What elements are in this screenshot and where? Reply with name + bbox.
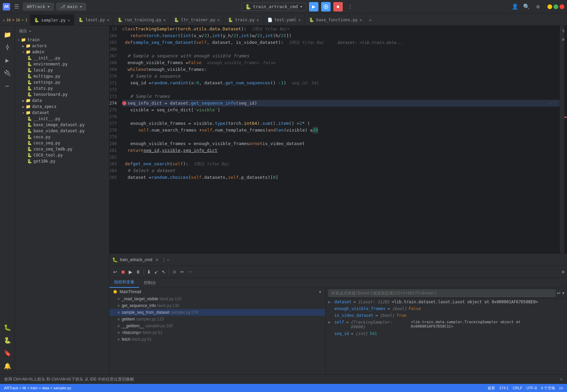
stack-frame-0[interactable]: ≡ _read_target_visible lasot.py:110 [109, 296, 325, 302]
settings-icon[interactable]: ⚙ [533, 2, 543, 11]
tree-file-environment[interactable]: 🐍 environment.py [15, 61, 109, 67]
debug-edit-button[interactable]: ✏ [179, 268, 185, 276]
win-close[interactable] [560, 4, 564, 9]
sidebar-icon-run[interactable]: ▶ [1, 54, 14, 66]
file-tree-header[interactable]: 项目 ▾ [15, 26, 109, 37]
debug-minimize-button[interactable]: — [167, 257, 170, 262]
tree-file-coco-tool[interactable]: 🐍 COCO_tool.py [15, 152, 109, 158]
code-editor[interactable]: class TrackingSampler ( torch . utils . … [120, 26, 560, 253]
stack-frame-5[interactable]: ≡ <listcomp> fetch.py:51 [109, 329, 325, 336]
tab-test-yaml[interactable]: 📄 test.yaml ✕ [263, 15, 305, 25]
menu-icon[interactable]: ☰ [13, 2, 20, 11]
statusbar-lang[interactable]: cv [559, 386, 563, 390]
run-button[interactable] [321, 2, 331, 11]
tab-run-training[interactable]: 🐍 run_training.py ✕ [113, 15, 170, 25]
thread-row[interactable]: MainThread ▾ [109, 288, 325, 296]
profile-icon[interactable]: 👤 [510, 2, 520, 11]
tab-base-functions[interactable]: 🐍 base_functions.py ✕ [305, 15, 366, 25]
debug-rerun-button[interactable]: ↩ [112, 268, 118, 276]
tree-file-coco-seq-lmdb[interactable]: 🐍 coco_seq_lmdb.py [15, 146, 109, 152]
debug-pause-button[interactable]: ⏸ [135, 268, 141, 276]
sidebar-icon-plugins[interactable]: 🔌 [1, 67, 14, 79]
branch-button[interactable]: ⎇ main ▾ [56, 3, 86, 10]
watch-submit-button[interactable]: ↵ [557, 290, 561, 296]
search-icon[interactable]: 🔍 [522, 2, 531, 11]
tree-folder-data[interactable]: ▶ 📁 data [15, 97, 109, 104]
project-button[interactable]: ARTrack ▾ [23, 3, 54, 10]
statusbar-line-sep[interactable]: CRLF [513, 386, 522, 390]
more-button[interactable]: ⋮ [345, 2, 355, 11]
statusbar-encoding[interactable]: UTF-8 [526, 386, 537, 390]
var-row-is-video[interactable]: is_video_dataset = {bool} True [326, 312, 567, 319]
tab-overflow-button[interactable]: ⋯ [366, 15, 375, 25]
tab-sampler[interactable]: 🐍 sampler.py ✕ [30, 15, 74, 25]
tree-folder-train[interactable]: ▾ 📁 train [15, 37, 109, 43]
tree-file-init-admin[interactable]: 🐍 __init__.py [15, 55, 109, 61]
sidebar-icon-project[interactable]: 📁 [1, 28, 14, 40]
tab-close-base-functions[interactable]: ✕ [360, 18, 362, 22]
debug-resume-button[interactable]: ▶ [128, 268, 133, 276]
var-row-self[interactable]: ▶ self = {TrackingSampler: 60000} <lib.t… [326, 319, 567, 330]
sidebar-icon-more[interactable]: ⋯ [1, 80, 14, 92]
sidebar-icon-commit[interactable] [1, 41, 14, 53]
debug-step-into-button[interactable]: ↙ [153, 268, 159, 276]
tab-close-train[interactable]: ✕ [257, 18, 259, 22]
debug-tab-threads[interactable]: 线程和变量 [109, 277, 139, 288]
statusbar-indent[interactable]: 4 个空格 [541, 386, 555, 391]
sidebar-icon-python[interactable]: 🐍 [1, 334, 14, 346]
stop-button[interactable]: ■ [333, 2, 343, 11]
tree-file-got10k[interactable]: 🐍 got10k.py [15, 158, 109, 164]
tree-file-stats[interactable]: 🐍 stats.py [15, 85, 109, 91]
watch-input[interactable] [328, 289, 556, 297]
debug-more-actions-button[interactable]: ⋯ [187, 268, 194, 276]
tree-folder-actors[interactable]: ▶ 📁 actors [15, 43, 109, 49]
tree-file-tensorboard[interactable]: 🐍 tensorboard.py [15, 91, 109, 97]
win-minimize[interactable] [547, 4, 552, 9]
tree-file-coco-seq[interactable]: 🐍 coco_seq.py [15, 140, 109, 146]
var-row-seq-id[interactable]: seq_id = {int} 541 [326, 330, 567, 337]
stack-frame-4[interactable]: ≡ __getitem__ sampler.py:100 [109, 323, 325, 329]
tab-train[interactable]: 🐍 train.py ✕ [224, 15, 263, 25]
debug-more-button[interactable]: ⋮ [162, 257, 166, 262]
debug-run-to-cursor-button[interactable]: ⛭ [171, 268, 178, 276]
tab-close-lasot[interactable]: ✕ [107, 18, 109, 22]
var-row-dataset[interactable]: ▶ dataset = {Lasot: 1120} <lib.train.dat… [326, 299, 567, 305]
debug-stop-button[interactable]: ⏹ [120, 268, 126, 276]
sidebar-icon-bookmark[interactable]: 🔖 [1, 347, 14, 359]
tree-file-base-image[interactable]: 🐍 base_image_dataset.py [15, 122, 109, 128]
tab-close-ltr-trainer[interactable]: ✕ [217, 18, 220, 22]
stack-frame-1[interactable]: ≡ get_sequence_info lasot.py:130 [109, 302, 325, 309]
tree-folder-dataset[interactable]: ▾ 📁 dataset [15, 110, 109, 116]
statusbar-location[interactable]: ARTrack > lib > train > data > sampler.p… [4, 386, 71, 390]
debug-step-over-button[interactable]: ⬇ [146, 268, 152, 276]
tree-file-base-video[interactable]: 🐍 base_video_dataset.py [15, 128, 109, 134]
tree-folder-admin[interactable]: ▾ 📁 admin [15, 49, 109, 55]
tab-close-sampler[interactable]: ✕ [68, 18, 70, 23]
statusbar-branch[interactable]: 超算 [488, 386, 495, 391]
notification-close[interactable]: ✕ [560, 377, 563, 382]
debug-layout-button[interactable]: ⊞ [562, 270, 564, 274]
tab-close-test-yaml[interactable]: ✕ [299, 18, 301, 22]
sidebar-icon-debug[interactable]: 🐛 [1, 321, 14, 333]
run-config-button[interactable]: 🐍 train_artrack_cmd ▾ [241, 3, 306, 11]
debug-tab-console[interactable]: 控制台 [139, 278, 161, 288]
tree-file-multigpu[interactable]: 🐍 multigpu.py [15, 73, 109, 79]
win-maximize[interactable] [553, 4, 558, 9]
tree-file-coco[interactable]: 🐍 coco.py [15, 134, 109, 140]
tab-lasot[interactable]: 🐍 lasot.py ✕ [74, 15, 113, 25]
tree-folder-data-specs[interactable]: ▶ 📁 data_specs [15, 104, 109, 110]
stack-frame-6[interactable]: ≡ fetch fetch.py:51 [109, 336, 325, 343]
debug-run-button[interactable]: ▶ [309, 2, 318, 11]
tree-file-init-dataset[interactable]: 🐍 __init__.py [15, 116, 109, 122]
stack-frame-2[interactable]: ≡ sample_seq_from_dataset sampler.py:274 [109, 309, 325, 316]
tree-file-settings[interactable]: 🐍 settings.py [15, 79, 109, 85]
tab-ltr-trainer[interactable]: 🐍 ltr_trainer.py ✕ [170, 15, 224, 25]
tree-file-local[interactable]: 🐍 local.py [15, 67, 109, 73]
debug-tab-close[interactable]: ✕ [156, 257, 158, 262]
stack-frame-3[interactable]: ≡ getitem sampler.py:115 [109, 316, 325, 323]
sidebar-icon-notifications[interactable]: 🔔 [1, 360, 14, 372]
var-row-enough-visible[interactable]: enough_visible_frames = {bool} False [326, 305, 567, 312]
statusbar-position[interactable]: 274:1 [499, 386, 509, 390]
tab-close-run-training[interactable]: ✕ [163, 18, 166, 22]
watch-dropdown-button[interactable]: ▾ [562, 291, 564, 296]
